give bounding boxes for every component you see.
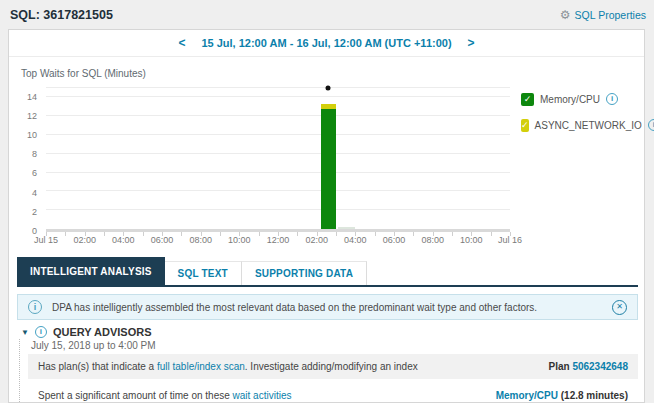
x-tick-label: 02:00 bbox=[305, 235, 328, 245]
tab-bar: INTELLIGENT ANALYSIS SQL TEXT SUPPORTING… bbox=[17, 257, 367, 285]
x-tick-label: 08:00 bbox=[421, 235, 444, 245]
info-banner: i DPA has intelligently assembled the mo… bbox=[17, 294, 638, 320]
advisor-right: Plan 5062342648 bbox=[548, 361, 628, 372]
y-tick-label: 4 bbox=[32, 188, 37, 198]
memory-cpu-link[interactable]: Memory/CPU bbox=[496, 390, 558, 401]
legend-item-async-network-io: ✓ ASYNC_NETWORK_IO i bbox=[521, 118, 643, 132]
legend-label: Memory/CPU bbox=[540, 94, 600, 105]
info-icon: i bbox=[28, 300, 42, 314]
gridline bbox=[46, 87, 510, 88]
x-tick-label: 12:00 bbox=[267, 235, 290, 245]
plan-id-link[interactable]: 5062342648 bbox=[572, 361, 628, 372]
legend-checkbox-memory-cpu[interactable]: ✓ bbox=[521, 93, 534, 106]
advisor-right: Memory/CPU (12.8 minutes) bbox=[496, 390, 628, 401]
bar-segment bbox=[338, 227, 355, 229]
gear-icon: ⚙ bbox=[560, 9, 571, 21]
tab-underline bbox=[17, 285, 638, 287]
date-range-label[interactable]: 15 Jul, 12:00 AM - 16 Jul, 12:00 AM (UTC… bbox=[201, 37, 451, 49]
sql-properties-label: SQL Properties bbox=[575, 9, 646, 21]
full-table-index-scan-link[interactable]: full table/index scan bbox=[157, 361, 245, 372]
x-tick-label: Jul 15 bbox=[34, 235, 58, 245]
legend-item-memory-cpu: ✓ Memory/CPU i bbox=[521, 92, 643, 106]
x-tick-label: 06:00 bbox=[151, 235, 174, 245]
chart-plot bbox=[46, 86, 510, 232]
next-range-button[interactable]: > bbox=[468, 36, 475, 50]
wait-bar[interactable] bbox=[338, 86, 355, 229]
gridline bbox=[46, 209, 510, 210]
gridline bbox=[46, 190, 510, 191]
x-tick-label: Jul 16 bbox=[498, 235, 522, 245]
close-icon[interactable]: ✕ bbox=[612, 300, 627, 315]
advisor-period: July 15, 2018 up to 4:00 PM bbox=[31, 340, 156, 351]
x-tick-label: 04:00 bbox=[112, 235, 135, 245]
info-icon[interactable]: i bbox=[648, 119, 654, 131]
timeline-dotted-line bbox=[19, 339, 20, 402]
y-tick-label: 10 bbox=[27, 130, 37, 140]
chart-legend: ✓ Memory/CPU i ✓ ASYNC_NETWORK_IO i bbox=[521, 92, 643, 144]
tab-sql-text[interactable]: SQL TEXT bbox=[165, 261, 242, 285]
x-tick-label: 02:00 bbox=[73, 235, 96, 245]
y-tick-label: 6 bbox=[32, 168, 37, 178]
gridline bbox=[46, 115, 510, 116]
advisor-row-waits: Spent a significant amount of time on th… bbox=[28, 383, 638, 403]
legend-label: ASYNC_NETWORK_IO bbox=[535, 120, 642, 131]
wait-activities-link[interactable]: wait activities bbox=[233, 390, 292, 401]
bar-segment bbox=[321, 109, 336, 229]
page-title: SQL: 3617821505 bbox=[10, 8, 113, 22]
advisor-text: Has plan(s) that indicate a full table/i… bbox=[38, 361, 418, 372]
y-tick-label: 14 bbox=[27, 92, 37, 102]
banner-text: DPA has intelligently assembled the most… bbox=[52, 302, 602, 313]
chart-x-axis: Jul 1502:0004:0006:0008:0010:0012:0002:0… bbox=[46, 235, 510, 247]
page-header: SQL: 3617821505 ⚙ SQL Properties bbox=[0, 0, 654, 29]
collapse-triangle-icon[interactable]: ▼ bbox=[21, 328, 29, 337]
query-advisors-header: ▼ i QUERY ADVISORS bbox=[21, 326, 152, 338]
prev-range-button[interactable]: < bbox=[178, 36, 185, 50]
x-tick-label: 06:00 bbox=[383, 235, 406, 245]
info-icon[interactable]: i bbox=[606, 93, 618, 105]
x-tick-label: 10:00 bbox=[228, 235, 251, 245]
y-tick-label: 12 bbox=[27, 111, 37, 121]
tab-intelligent-analysis[interactable]: INTELLIGENT ANALYSIS bbox=[17, 257, 165, 285]
chart-title: Top Waits for SQL (Minutes) bbox=[21, 68, 146, 79]
x-tick-label: 08:00 bbox=[189, 235, 212, 245]
advisor-row-plan: Has plan(s) that indicate a full table/i… bbox=[28, 354, 638, 379]
annotation-dot bbox=[326, 85, 331, 90]
query-advisors-title: QUERY ADVISORS bbox=[53, 326, 152, 338]
gridline bbox=[46, 172, 510, 173]
y-tick-label: 8 bbox=[32, 149, 37, 159]
tab-supporting-data[interactable]: SUPPORTING DATA bbox=[242, 261, 367, 285]
wait-bar[interactable] bbox=[321, 86, 336, 229]
sql-properties-button[interactable]: ⚙ SQL Properties bbox=[560, 9, 646, 21]
gridline bbox=[46, 134, 510, 135]
gridline bbox=[46, 96, 510, 97]
advisor-text: Spent a significant amount of time on th… bbox=[38, 390, 291, 401]
chart-y-axis: 02468101214 bbox=[9, 86, 41, 232]
gridline bbox=[46, 153, 510, 154]
x-tick-label: 10:00 bbox=[460, 235, 483, 245]
y-tick-label: 2 bbox=[32, 207, 37, 217]
legend-checkbox-async-network-io[interactable]: ✓ bbox=[521, 119, 529, 132]
info-icon[interactable]: i bbox=[35, 326, 47, 338]
date-range-nav: < 15 Jul, 12:00 AM - 16 Jul, 12:00 AM (U… bbox=[9, 30, 644, 57]
main-panel: < 15 Jul, 12:00 AM - 16 Jul, 12:00 AM (U… bbox=[8, 29, 645, 403]
x-tick-label: 04:00 bbox=[344, 235, 367, 245]
